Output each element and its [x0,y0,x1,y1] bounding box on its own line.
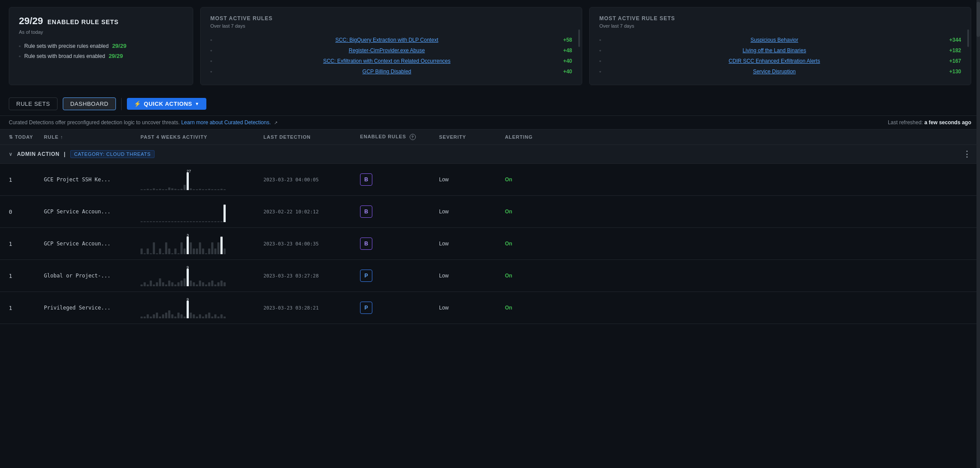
broad-rules-value: 29/29 [108,53,123,59]
chart-bar [141,284,143,286]
most-active-rules-title: MOST ACTIVE RULES [210,15,572,22]
ruleset-link-2[interactable]: Living off the Land Binaries [742,47,806,54]
col-rule[interactable]: Privileged Service... [44,305,141,311]
precise-rules-value: 29/29 [112,43,126,49]
chart-bar [220,221,223,222]
chart-bar [147,221,149,222]
list-item: Suspicious Behavior +344 [599,35,961,45]
th-activity: PAST 4 WEEKS ACTIVITY [141,134,263,140]
dashboard-button[interactable]: DASHBOARD [63,97,116,110]
toolbar: RULE SETS DASHBOARD ⚡ QUICK ACTIONS ▼ [0,92,980,116]
ruleset-link-3[interactable]: CDIR SCC Enhanced Exfiltration Alerts [729,58,820,64]
three-dot-menu[interactable]: ⋮ [963,149,971,159]
chart-bar [208,221,210,222]
th-alerting: ALERTING [505,134,566,140]
rule-link-1[interactable]: SCC: BigQuery Extraction with DLP Contex… [335,37,439,43]
chart-bar [217,242,220,254]
ruleset-link-4[interactable]: Service Disruption [753,68,796,75]
th-rule-label: RULE ↑ [44,134,63,140]
chart-bar [208,313,210,318]
rule-link-3[interactable]: SCC: Exfiltration with Context on Relate… [323,58,450,64]
refresh-info: Last refreshed: a few seconds ago [888,119,971,126]
chart-bar [162,282,164,286]
th-rule: RULE ↑ [44,134,141,140]
list-item: SCC: BigQuery Extraction with DLP Contex… [210,35,572,45]
list-item: GCP Billing Disabled +40 [210,66,572,77]
expand-icon[interactable]: ∨ [9,151,13,157]
mini-chart: 9 [141,265,263,286]
info-bar: Curated Detections offer preconfigured d… [0,116,980,130]
col-rule[interactable]: GCE Project SSH Ke... [44,176,141,183]
page-scrollbar[interactable] [976,0,980,468]
chart-bar [211,221,213,222]
col-rule[interactable]: Global or Project-... [44,273,141,279]
chart-bar [180,314,183,318]
table-row[interactable]: 1 Global or Project-... 9 2023-03-23 03:… [0,260,980,292]
chart-bar [171,221,173,222]
chart-bar [147,189,149,190]
chart-bar [159,278,161,286]
chart-bar [199,221,201,222]
chart-bar [208,248,210,254]
chart-bar [196,189,198,190]
chart-bar [193,189,195,190]
chart-bar [196,317,198,318]
th-enabled-rules: ENABLED RULES ? [360,134,439,140]
rule-link-4[interactable]: GCP Billing Disabled [362,68,411,75]
table-row[interactable]: 0 GCP Service Accoun... 2023-02-22 10:02… [0,196,980,228]
col-last-detection: 2023-02-22 10:02:12 [263,209,360,215]
th-severity-label: SEVERITY [439,134,466,140]
chart-bar [150,221,152,222]
th-last-detection-label: LAST DETECTION [263,134,311,140]
col-alerting: On [505,209,566,215]
chart-bar [220,281,223,286]
table-row[interactable]: 1 GCP Service Accoun... 3 2023-03-23 04:… [0,228,980,260]
chart-bar [141,221,143,222]
col-last-detection: 2023-03-23 04:00:35 [263,241,360,247]
most-active-rule-sets-card: MOST ACTIVE RULE SETS Over last 7 days S… [589,7,971,85]
list-item: Register-CimProvider.exe Abuse +48 [210,45,572,56]
chart-bar [202,221,204,222]
enabled-rules-badge: B [360,205,372,218]
chart-bar [165,313,167,318]
chart-bar [144,317,146,318]
rule-count-4: +40 [563,68,572,75]
category-name: ADMIN ACTION [17,151,60,157]
col-last-detection: 2023-03-23 03:27:28 [263,273,360,279]
table-row[interactable]: 1 GCE Project SSH Ke... 27 2023-03-23 04… [0,164,980,196]
th-collapse[interactable]: ⇅ TODAY [9,134,44,140]
quick-actions-button[interactable]: ⚡ QUICK ACTIONS ▼ [127,98,206,110]
chart-bar [184,317,186,318]
ruleset-link-1[interactable]: Suspicious Behavior [750,37,798,43]
enabled-rule-sets-label: ENABLED RULE SETS [47,18,119,25]
chart-bar [223,317,226,318]
lightning-icon: ⚡ [134,101,141,107]
table-row[interactable]: 1 Privileged Service... 9 2023-03-23 03:… [0,292,980,324]
chart-bar [168,187,170,190]
col-alerting: On [505,176,566,183]
col-rule[interactable]: GCP Service Accoun... [44,209,141,215]
col-alerting: On [505,273,566,279]
col-severity: Low [439,176,505,183]
chart-bar [174,248,177,254]
chart-bar [153,284,155,286]
chart-bar [202,189,204,190]
chart-bar [159,317,161,318]
help-icon[interactable]: ? [410,134,416,140]
col-rule[interactable]: GCP Service Accoun... [44,241,141,247]
chart-bar [220,189,223,190]
chart-bar [184,278,186,286]
chart-bar [217,221,220,222]
col-activity: 27 [141,169,263,190]
chart-bar [162,314,164,318]
learn-more-link[interactable]: Learn more about Curated Detections. [181,119,271,126]
chart-bar [165,221,167,222]
chart-bar [205,314,207,318]
rule-sets-button[interactable]: RULE SETS [9,97,58,110]
chart-bar [223,282,226,286]
chart-bar [184,248,186,254]
table-rows: 1 GCE Project SSH Ke... 27 2023-03-23 04… [0,164,980,324]
chart-bar [141,317,143,318]
rule-link-2[interactable]: Register-CimProvider.exe Abuse [349,47,425,54]
chart-bar [162,253,164,254]
